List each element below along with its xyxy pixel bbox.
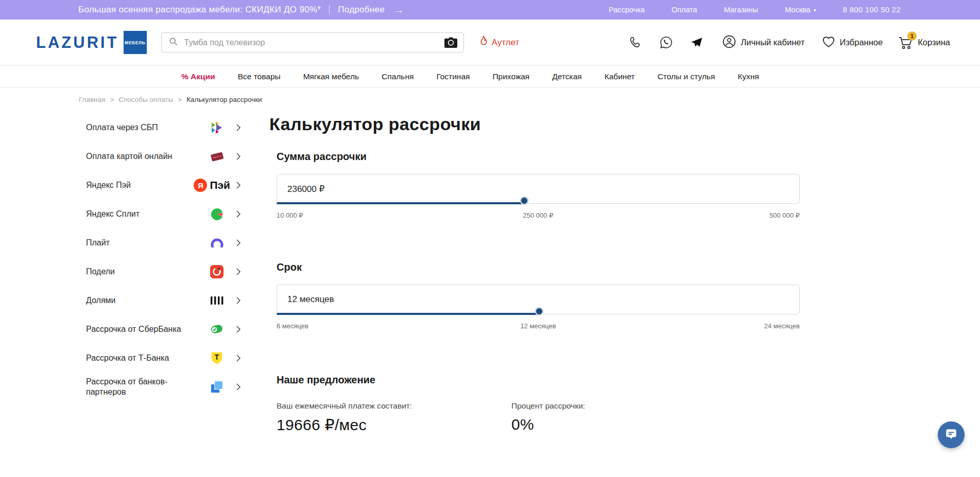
chevron-right-icon — [230, 124, 240, 131]
sbp-icon — [203, 121, 230, 134]
calculator-main: Калькулятор рассрочки Сумма рассрочки 10… — [269, 114, 800, 434]
dolyame-icon — [203, 295, 230, 306]
nav-item-kitchen[interactable]: Кухня — [737, 72, 759, 81]
term-scale-max: 24 месяцев — [764, 322, 800, 330]
term-heading: Срок — [277, 261, 800, 273]
sidebar-item-t-bank[interactable]: Рассрочка от Т-Банка Т — [86, 344, 240, 373]
outlet-label: Аутлет — [492, 38, 520, 48]
term-slider-handle[interactable] — [536, 308, 542, 314]
nav-item-hallway[interactable]: Прихожая — [492, 72, 529, 81]
chevron-down-icon: ▾ — [814, 7, 816, 13]
payment-methods-sidebar: Оплата через СБП Оплата картой онлайн Ян… — [86, 113, 240, 401]
city-name: Москва — [785, 6, 811, 14]
chevron-right-icon — [230, 239, 240, 246]
banner-phone-number[interactable]: 8 800 100 50 22 — [843, 6, 901, 14]
promo-banner: Большая осенняя распродажа мебели: СКИДК… — [0, 0, 980, 20]
nav-item-office[interactable]: Кабинет — [605, 72, 635, 81]
sidebar-item-sbp[interactable]: Оплата через СБП — [86, 113, 240, 142]
nav-item-kids[interactable]: Детская — [552, 72, 581, 81]
sidebar-item-yandex-pay[interactable]: Яндекс Пэй Я Пэй — [86, 171, 240, 200]
phone-icon[interactable] — [629, 36, 642, 49]
amount-slider-handle[interactable] — [521, 198, 527, 204]
nav-item-promos[interactable]: % Акции — [181, 72, 215, 81]
chevron-right-icon — [230, 210, 240, 218]
chat-button[interactable] — [938, 421, 965, 448]
nav-item-tables-chairs[interactable]: Столы и стулья — [658, 72, 715, 81]
sidebar-item-card-online[interactable]: Оплата картой онлайн — [86, 142, 240, 171]
monthly-payment-label: Ваш ежемесячный платеж составит: — [277, 401, 511, 411]
amount-scale-mid: 250 000 ₽ — [523, 211, 554, 219]
whatsapp-icon[interactable] — [660, 36, 673, 49]
breadcrumb-separator: > — [110, 96, 114, 103]
favorites-label: Избранное — [840, 38, 883, 47]
nav-item-living-room[interactable]: Гостиная — [436, 72, 470, 81]
sidebar-item-yandex-split[interactable]: Яндекс Сплит — [86, 200, 240, 228]
sidebar-item-plait[interactable]: Плайт — [86, 228, 240, 257]
breadcrumb-home[interactable]: Главная — [79, 96, 105, 103]
monthly-payment-value: 19666 ₽/мес — [277, 416, 511, 434]
heart-icon — [822, 36, 835, 50]
chevron-right-icon — [230, 355, 240, 362]
sberbank-icon — [203, 323, 230, 335]
amount-heading: Сумма рассрочки — [277, 151, 800, 163]
term-scale-mid: 12 месяцев — [520, 322, 556, 330]
term-section: Срок 6 месяцев 12 месяцев 24 месяцев — [277, 261, 800, 330]
promo-message: Большая осенняя распродажа мебели: СКИДК… — [78, 5, 404, 15]
offer-heading: Наше предложение — [277, 374, 800, 386]
category-nav: % Акции Все товары Мягкая мебель Спальня… — [0, 65, 980, 87]
promo-text: Большая осенняя распродажа мебели: СКИДК… — [78, 5, 321, 15]
chevron-right-icon — [230, 268, 240, 275]
partner-banks-icon — [203, 381, 230, 393]
amount-slider-fill — [277, 202, 524, 204]
camera-search-icon[interactable] — [444, 37, 457, 48]
promo-more-label: Подробнее — [338, 5, 385, 15]
installment-percent-label: Процент рассрочки: — [511, 401, 746, 411]
banner-link-payment[interactable]: Оплата — [672, 6, 697, 14]
nav-item-all-products[interactable]: Все товары — [238, 72, 281, 81]
t-bank-icon: Т — [203, 351, 230, 365]
term-scale: 6 месяцев 12 месяцев 24 месяцев — [277, 322, 800, 330]
nav-item-bedroom[interactable]: Спальня — [382, 72, 414, 81]
installment-percent-block: Процент рассрочки: 0% — [511, 401, 746, 434]
yandex-pay-icon: Я Пэй — [194, 179, 230, 192]
outlet-link[interactable]: Аутлет — [478, 36, 520, 50]
cart-label: Корзина — [918, 38, 950, 47]
amount-input[interactable] — [277, 174, 800, 204]
page: Большая осенняя распродажа мебели: СКИДК… — [0, 0, 980, 477]
cart-link[interactable]: 1 Корзина — [899, 36, 950, 49]
chevron-right-icon — [230, 383, 240, 391]
page-title: Калькулятор рассрочки — [269, 114, 800, 134]
search-input[interactable] — [183, 38, 439, 48]
amount-scale: 10 000 ₽ 250 000 ₽ 500 000 ₽ — [277, 211, 800, 220]
chevron-right-icon — [230, 326, 240, 333]
sidebar-item-dolyame[interactable]: Долями — [86, 286, 240, 315]
logo[interactable]: LAZURIT МЕБЕЛЬ — [36, 31, 147, 54]
breadcrumb-payment-methods[interactable]: Способы оплаты — [118, 96, 173, 103]
telegram-icon[interactable] — [690, 36, 703, 49]
contact-icons — [629, 36, 703, 49]
account-label: Личный кабинет — [741, 38, 804, 47]
banner-links: Рассрочка Оплата Магазины Москва ▾ 8 800… — [609, 6, 901, 14]
logo-text: LAZURIT — [36, 33, 119, 52]
amount-slider[interactable] — [277, 202, 800, 204]
term-slider[interactable] — [277, 313, 800, 315]
promo-more-link[interactable]: Подробнее → — [338, 5, 404, 15]
breadcrumb: Главная > Способы оплаты > Калькулятор р… — [79, 96, 262, 103]
amount-scale-min: 10 000 ₽ — [277, 211, 303, 219]
podeli-icon — [203, 265, 230, 278]
cart-count-badge: 1 — [907, 31, 917, 41]
favorites-link[interactable]: Избранное — [822, 36, 883, 50]
arrow-right-icon: → — [394, 5, 404, 15]
sidebar-item-sberbank[interactable]: Рассрочка от СберБанка — [86, 315, 240, 344]
sidebar-item-partner-banks[interactable]: Рассрочка от банков-партнеров — [86, 373, 240, 401]
sidebar-item-podeli[interactable]: Подели — [86, 257, 240, 286]
chat-bubble-icon — [944, 427, 958, 443]
account-link[interactable]: Личный кабинет — [723, 35, 804, 50]
city-selector[interactable]: Москва ▾ — [785, 6, 816, 14]
chevron-right-icon — [230, 153, 240, 160]
chevron-right-icon — [230, 182, 240, 189]
banner-link-stores[interactable]: Магазины — [724, 6, 758, 14]
nav-item-soft-furniture[interactable]: Мягкая мебель — [303, 72, 359, 81]
bank-card-icon — [203, 151, 230, 163]
banner-link-installment[interactable]: Рассрочка — [609, 6, 645, 14]
